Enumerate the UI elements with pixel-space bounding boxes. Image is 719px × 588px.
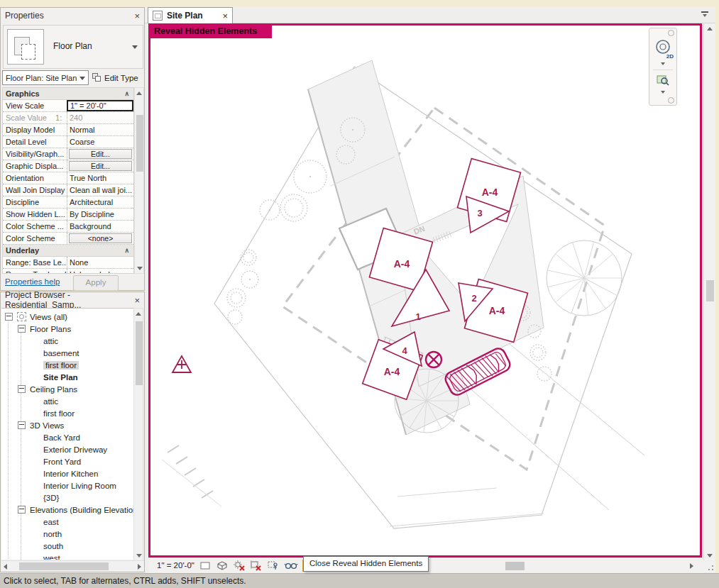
marker-sheet-label: A-4 <box>482 187 498 198</box>
properties-header: Properties × <box>1 8 144 23</box>
view-scale-button[interactable]: 1" = 20'-0" <box>157 561 194 570</box>
drawing-viewport[interactable]: DN <box>148 23 702 558</box>
collapse-box-icon[interactable] <box>5 313 13 321</box>
scrollbar-thumb[interactable] <box>706 280 714 301</box>
navigation-bar[interactable]: 2D <box>649 28 677 106</box>
property-value[interactable]: Normal <box>67 124 133 135</box>
show-crop-region-icon[interactable] <box>267 560 280 572</box>
property-value[interactable]: Architectural <box>67 196 133 208</box>
tab-list-icon[interactable] <box>701 11 708 17</box>
hidden-annotation-triangle[interactable] <box>172 356 191 372</box>
site-plan-canvas[interactable]: DN <box>150 26 700 555</box>
hscrollbar-thumb[interactable] <box>505 562 525 570</box>
navbar-options-icon[interactable] <box>668 30 674 36</box>
property-value[interactable]: Unbounded <box>67 269 133 274</box>
wheel-2d-label: 2D <box>666 53 674 60</box>
project-browser-tree: Views (all)Floor Plansatticbasementfirst… <box>1 308 133 560</box>
chevron-down-icon[interactable] <box>132 45 138 49</box>
instance-selector-combobox[interactable]: Floor Plan: Site Plan <box>2 70 89 85</box>
property-value-button[interactable]: <none> <box>69 233 132 243</box>
property-grid: Graphics∧View Scale1" = 20'-0"Scale Valu… <box>2 87 134 274</box>
tree-item-label: Site Plan <box>43 373 78 382</box>
scrollbar-thumb[interactable] <box>136 321 143 385</box>
property-row-display-model: Display ModelNormal <box>3 124 133 136</box>
collapse-box-icon[interactable] <box>18 385 26 393</box>
scroll-up-icon[interactable] <box>707 27 713 30</box>
resize-grip[interactable] <box>703 560 715 572</box>
scroll-up-icon[interactable] <box>136 91 142 95</box>
properties-scrollbar[interactable] <box>134 87 144 274</box>
tree-item-label: north <box>43 530 62 538</box>
tree-hscrollbar[interactable] <box>1 560 144 572</box>
tab-close-icon[interactable]: × <box>222 11 228 21</box>
scroll-down-icon[interactable] <box>136 554 142 558</box>
tree-scrollbar[interactable] <box>133 308 143 561</box>
scroll-right-icon[interactable] <box>138 564 141 570</box>
tree-item-label: first floor <box>43 361 79 370</box>
property-label: Graphic Displa... <box>3 160 67 172</box>
collapse-chevron-icon[interactable]: ∧ <box>124 90 129 97</box>
property-value[interactable]: Edit... <box>67 148 133 160</box>
apply-button[interactable]: Apply <box>73 275 119 291</box>
spoked-tree-large <box>547 240 622 316</box>
property-value[interactable]: True North <box>67 172 133 184</box>
property-value[interactable]: Background <box>67 221 133 232</box>
property-value[interactable]: 240 <box>67 112 133 123</box>
property-row-wall-join-display: Wall Join DisplayClean all wall joi... <box>3 184 133 196</box>
property-value[interactable]: Edit... <box>67 160 133 172</box>
scrollbar-thumb[interactable] <box>19 562 109 570</box>
sun-path-icon[interactable] <box>233 560 246 572</box>
type-selector[interactable]: Floor Plan <box>3 25 143 69</box>
crop-view-icon[interactable] <box>250 560 263 572</box>
collapse-box-icon[interactable] <box>18 506 26 514</box>
navbar-divider <box>653 70 673 70</box>
property-label: Range: Base Le... <box>3 257 67 268</box>
property-row-graphic-displa: Graphic Displa...Edit... <box>3 160 133 172</box>
collapse-box-icon[interactable] <box>18 421 26 429</box>
tree-item-views-all[interactable]: Views (all) <box>1 311 133 323</box>
section-header-underlay[interactable]: Underlay∧ <box>3 245 133 257</box>
instance-selector-value: Floor Plan: Site Plan <box>6 74 77 82</box>
property-value[interactable]: 1" = 20'-0" <box>67 100 133 111</box>
property-value-button[interactable]: Edit... <box>69 149 132 159</box>
collapse-chevron-icon[interactable]: ∧ <box>124 247 129 254</box>
property-value[interactable]: Coarse <box>67 136 133 148</box>
steering-wheel-icon[interactable]: 2D <box>654 38 672 57</box>
visual-style-icon[interactable] <box>216 560 229 572</box>
chevron-down-icon[interactable] <box>79 77 85 80</box>
scroll-down-icon[interactable] <box>707 554 713 558</box>
properties-help-link[interactable]: Properties help <box>5 277 60 286</box>
property-value[interactable]: None <box>67 257 133 268</box>
tree-item-label: south <box>43 542 63 550</box>
chevron-down-icon[interactable] <box>661 91 665 94</box>
tree-item-label: {3D} <box>43 494 59 502</box>
property-value[interactable]: <none> <box>67 233 133 244</box>
floor-plan-icon <box>153 11 163 21</box>
tree-item-label: first floor <box>43 409 75 418</box>
collapse-box-icon[interactable] <box>18 325 26 333</box>
drawing-vscrollbar[interactable] <box>703 23 715 560</box>
edit-type-button[interactable]: Edit Type <box>92 70 144 85</box>
zoom-region-icon[interactable] <box>656 73 670 87</box>
property-value-button[interactable]: Edit... <box>69 161 132 171</box>
properties-close-icon[interactable]: × <box>134 11 140 21</box>
scroll-right-icon[interactable] <box>686 562 696 570</box>
property-label: Show Hidden L... <box>3 209 67 220</box>
temporary-hide-isolate-icon[interactable] <box>284 560 298 572</box>
scrollbar-thumb[interactable] <box>136 115 143 172</box>
scroll-up-icon[interactable] <box>136 312 141 316</box>
scroll-down-icon[interactable] <box>137 267 143 270</box>
marker-number: 2 <box>471 293 476 304</box>
property-row-view-scale: View Scale1" = 20'-0" <box>3 100 133 112</box>
scroll-left-icon[interactable] <box>4 564 7 570</box>
tab-site-plan[interactable]: Site Plan × <box>148 7 233 23</box>
section-header-graphics[interactable]: Graphics∧ <box>3 88 133 100</box>
project-browser-close-icon[interactable]: × <box>134 295 140 306</box>
property-label: Display Model <box>3 124 67 135</box>
detail-level-icon[interactable] <box>199 560 212 572</box>
property-value[interactable]: By Discipline <box>67 209 133 220</box>
chevron-down-icon[interactable] <box>661 62 665 65</box>
navbar-collapse-icon[interactable] <box>668 97 674 104</box>
property-value[interactable]: Clean all wall joi... <box>67 184 133 196</box>
marker-sheet-label: A-4 <box>384 366 400 377</box>
